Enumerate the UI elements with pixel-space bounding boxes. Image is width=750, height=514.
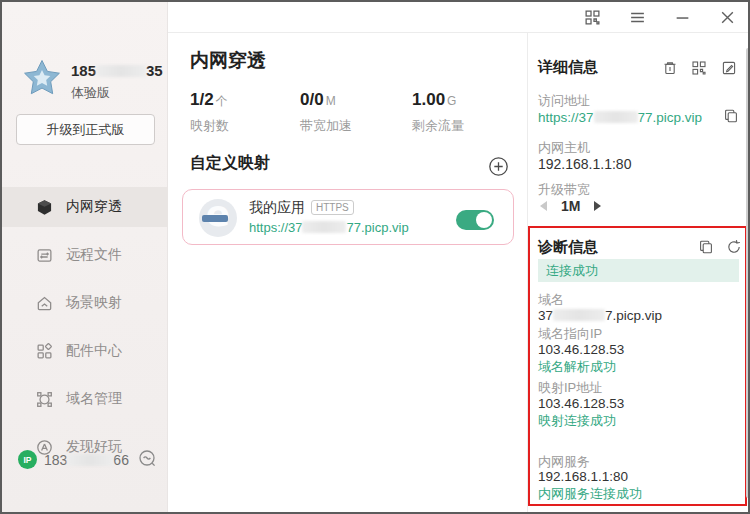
panel-divider <box>527 33 528 512</box>
sidebar-item-label: 场景映射 <box>66 294 122 312</box>
host-value: 192.168.1.1:80 <box>538 156 631 172</box>
menu-icon[interactable] <box>629 9 646 26</box>
decrease-arrow-icon[interactable] <box>540 201 547 211</box>
sidebar-item-label: 配件中心 <box>66 342 122 360</box>
redacted-text <box>67 454 113 466</box>
stat-bandwidth: 0/0M 带宽加速 <box>300 90 352 135</box>
service-value: 192.168.1.1:80 <box>538 469 628 484</box>
footer-phone: 18366 <box>44 452 129 468</box>
edit-icon[interactable] <box>721 60 737 76</box>
plus-circle-icon[interactable] <box>488 156 509 177</box>
mapping-name: 我的应用HTTPS <box>249 199 354 217</box>
domain-ip-label: 域名指向IP <box>538 325 602 343</box>
sidebar-item-domain-manage[interactable]: 域名管理 <box>2 379 168 419</box>
accessories-icon <box>36 343 53 360</box>
app-window: 18535 体验版 升级到正式版 内网穿透 远程文件 场景映射 <box>0 0 750 514</box>
detail-panel-title: 详细信息 <box>538 58 598 77</box>
close-icon[interactable] <box>719 9 736 26</box>
sidebar-item-scene-mapping[interactable]: 场景映射 <box>2 283 168 323</box>
stat-mapping-count: 1/2个 映射数 <box>190 90 229 135</box>
qr-code-icon[interactable] <box>691 60 707 76</box>
copy-icon[interactable] <box>723 108 739 124</box>
redacted-text <box>302 221 346 233</box>
redacted-text <box>96 65 146 77</box>
domain-manage-icon <box>36 391 53 408</box>
connection-status-banner: 连接成功 <box>538 259 739 282</box>
sidebar-item-remote-files[interactable]: 远程文件 <box>2 235 168 275</box>
cube-icon <box>36 199 53 216</box>
mapping-url[interactable]: https://3777.picp.vip <box>249 220 409 235</box>
sidebar-item-accessories[interactable]: 配件中心 <box>2 331 168 371</box>
account-phone: 18535 <box>71 62 163 79</box>
service-status: 内网服务连接成功 <box>538 485 642 503</box>
bandwidth-value: 1M <box>561 198 580 214</box>
redacted-text <box>594 111 638 123</box>
diagnostic-panel-title: 诊断信息 <box>538 238 598 257</box>
increase-arrow-icon[interactable] <box>594 201 601 211</box>
titlebar <box>168 2 750 33</box>
map-ip-value: 103.46.128.53 <box>538 396 624 411</box>
bandwidth-label: 升级带宽 <box>538 181 590 199</box>
map-status: 映射连接成功 <box>538 412 616 430</box>
upgrade-button[interactable]: 升级到正式版 <box>16 114 155 145</box>
custom-mapping-title: 自定义映射 <box>190 153 270 174</box>
domain-ip-value: 103.46.128.53 <box>538 342 624 357</box>
star-icon <box>22 58 62 98</box>
sidebar-item-nat-traversal[interactable]: 内网穿透 <box>2 187 168 227</box>
mapping-toggle[interactable] <box>456 210 494 230</box>
scene-mapping-icon <box>36 295 53 312</box>
access-url[interactable]: https://3777.picp.vip <box>538 110 702 125</box>
protocol-badge: HTTPS <box>311 200 354 215</box>
domain-value: 377.picp.vip <box>538 308 662 323</box>
remote-file-icon <box>36 247 53 264</box>
copy-icon[interactable] <box>698 239 714 255</box>
map-ip-label: 映射IP地址 <box>538 379 602 397</box>
minimize-icon[interactable] <box>674 9 691 26</box>
network-check-icon[interactable] <box>138 449 158 469</box>
sidebar: 18535 体验版 升级到正式版 内网穿透 远程文件 场景映射 <box>2 2 168 512</box>
sidebar-item-label: 远程文件 <box>66 246 122 264</box>
redacted-text <box>553 309 605 321</box>
domain-label: 域名 <box>538 291 564 309</box>
host-label: 内网主机 <box>538 139 590 157</box>
app-icon: e <box>199 199 237 237</box>
page-title: 内网穿透 <box>190 48 266 74</box>
domain-status: 域名解析成功 <box>538 358 616 376</box>
sidebar-item-label: 域名管理 <box>66 390 122 408</box>
mapping-card[interactable]: e 我的应用HTTPS https://3777.picp.vip <box>182 189 514 245</box>
delete-icon[interactable] <box>662 60 678 76</box>
account-plan: 体验版 <box>71 84 110 102</box>
bandwidth-stepper: 1M <box>540 198 601 214</box>
refresh-icon[interactable] <box>726 239 742 255</box>
ip-badge: IP <box>18 450 37 469</box>
address-label: 访问地址 <box>538 92 590 110</box>
sidebar-item-label: 内网穿透 <box>66 198 122 216</box>
qr-scan-icon[interactable] <box>584 9 601 26</box>
stat-traffic: 1.00G 剩余流量 <box>412 90 464 135</box>
scrollbar[interactable] <box>746 48 750 498</box>
